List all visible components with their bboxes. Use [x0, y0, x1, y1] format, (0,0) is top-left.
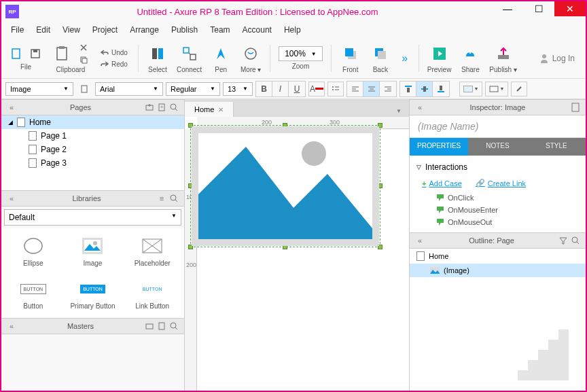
- connect-tool-icon[interactable]: [179, 43, 200, 65]
- lib-primary-button[interactable]: BUTTONPrimary Button: [64, 274, 122, 315]
- valign-middle-button[interactable]: [416, 82, 433, 96]
- page-item-home[interactable]: ◢Home: [1, 115, 184, 129]
- add-folder-icon[interactable]: [143, 320, 156, 332]
- add-folder-icon[interactable]: [143, 101, 156, 113]
- text-color-button[interactable]: A: [308, 82, 325, 96]
- lib-image[interactable]: Image: [64, 231, 122, 272]
- page-item-page1[interactable]: Page 1: [1, 129, 184, 143]
- search-library-icon[interactable]: [168, 192, 180, 204]
- tab-home[interactable]: Home✕: [185, 102, 234, 117]
- main-toolbar: File Clipboard Undo Redo Select Connect …: [1, 38, 586, 79]
- align-center-button[interactable]: [363, 82, 380, 96]
- widget-type-select[interactable]: Image▼: [5, 82, 73, 96]
- paste-style-icon[interactable]: [76, 82, 92, 96]
- valign-bottom-button[interactable]: [433, 82, 449, 96]
- search-outline-icon[interactable]: [569, 234, 582, 247]
- menu-arrange[interactable]: Arrange: [124, 23, 164, 37]
- paste-icon[interactable]: [52, 43, 73, 65]
- preview-icon[interactable]: [429, 43, 450, 65]
- menu-view[interactable]: View: [57, 23, 86, 37]
- copy-button[interactable]: [77, 55, 90, 65]
- weight-select[interactable]: Regular▼: [166, 82, 220, 96]
- search-masters-icon[interactable]: [168, 320, 180, 332]
- tab-notes[interactable]: NOTES: [468, 138, 527, 156]
- more-arrange-icon[interactable]: »: [397, 50, 413, 67]
- menu-publish[interactable]: Publish: [166, 23, 203, 37]
- inspector-page-icon[interactable]: [569, 101, 582, 113]
- svg-rect-37: [423, 86, 426, 92]
- tab-menu-icon[interactable]: ▼: [393, 105, 405, 117]
- create-link-link[interactable]: 🔗Create Link: [476, 179, 526, 188]
- library-menu-icon[interactable]: ≡: [156, 192, 168, 204]
- library-select[interactable]: Default▼: [4, 209, 181, 226]
- menu-file[interactable]: File: [5, 23, 29, 37]
- bold-button[interactable]: B: [256, 82, 272, 96]
- collapse-icon[interactable]: «: [414, 234, 426, 247]
- underline-button[interactable]: U: [289, 82, 305, 96]
- select-tool-icon[interactable]: [147, 43, 168, 65]
- align-left-button[interactable]: [347, 82, 363, 96]
- menu-help[interactable]: Help: [279, 23, 306, 37]
- lib-link-button[interactable]: BUTTONLink Button: [123, 274, 181, 315]
- undo-button[interactable]: Undo: [98, 48, 130, 57]
- redo-button[interactable]: Redo: [98, 60, 130, 69]
- lib-placeholder[interactable]: Placeholder: [123, 231, 181, 272]
- lib-button[interactable]: BUTTONButton: [4, 274, 63, 315]
- collapse-icon[interactable]: «: [5, 101, 18, 113]
- front-icon[interactable]: [340, 43, 361, 65]
- page-icon: [29, 158, 37, 168]
- menu-edit[interactable]: Edit: [31, 23, 56, 37]
- page-item-page2[interactable]: Page 2: [1, 143, 184, 156]
- svg-rect-10: [190, 54, 196, 60]
- bullets-button[interactable]: [327, 82, 344, 96]
- zoom-select[interactable]: 100%▼: [279, 46, 323, 61]
- tab-style[interactable]: STYLE: [527, 138, 586, 156]
- outline-image[interactable]: (Image): [410, 264, 586, 277]
- event-onmouseout[interactable]: OnMouseOut: [416, 216, 579, 228]
- back-icon[interactable]: [370, 43, 391, 65]
- valign-top-button[interactable]: [400, 82, 416, 96]
- lib-ellipse[interactable]: Ellipse: [4, 231, 63, 272]
- line-color-button[interactable]: ▼: [485, 82, 508, 96]
- size-select[interactable]: 13▼: [223, 82, 253, 96]
- save-icon[interactable]: [27, 46, 43, 62]
- outline-home[interactable]: Home: [410, 249, 586, 264]
- cut-button[interactable]: [77, 43, 90, 52]
- widget-name-field[interactable]: (Image Name): [410, 115, 586, 138]
- menu-team[interactable]: Team: [204, 23, 235, 37]
- fill-color-button[interactable]: ▼: [459, 82, 482, 96]
- more-tools-icon[interactable]: [240, 43, 262, 65]
- event-onclick[interactable]: OnClick: [416, 192, 579, 204]
- new-file-icon[interactable]: [8, 46, 24, 62]
- publish-label: Publish ▾: [489, 66, 517, 73]
- collapse-icon[interactable]: «: [414, 101, 426, 113]
- image-widget[interactable]: [192, 126, 379, 246]
- search-pages-icon[interactable]: [168, 101, 180, 113]
- tab-properties[interactable]: PROPERTIES: [410, 138, 468, 156]
- font-select[interactable]: Arial▼: [95, 82, 163, 96]
- add-page-icon[interactable]: +: [156, 101, 168, 113]
- login-button[interactable]: Log In: [532, 50, 582, 67]
- menu-account[interactable]: Account: [237, 23, 277, 37]
- event-onmouseenter[interactable]: OnMouseEnter: [416, 204, 579, 216]
- collapse-icon[interactable]: «: [5, 192, 18, 204]
- publish-icon[interactable]: [493, 43, 514, 65]
- add-case-link[interactable]: +Add Case: [422, 179, 462, 188]
- page-item-page3[interactable]: Page 3: [1, 156, 184, 170]
- share-icon[interactable]: [459, 43, 481, 65]
- align-right-button[interactable]: [380, 82, 396, 96]
- maximize-button[interactable]: ☐: [523, 1, 554, 16]
- interactions-heading[interactable]: ▽Interactions: [416, 160, 579, 175]
- close-tab-icon[interactable]: ✕: [218, 106, 224, 113]
- filter-icon[interactable]: [557, 234, 569, 247]
- add-master-icon[interactable]: [156, 320, 168, 332]
- close-button[interactable]: ✕: [554, 1, 586, 16]
- pen-tool-icon[interactable]: [210, 43, 232, 65]
- line-style-button[interactable]: [511, 82, 527, 96]
- collapse-icon[interactable]: «: [5, 320, 18, 332]
- app-icon: RP: [5, 5, 19, 18]
- menu-project[interactable]: Project: [87, 23, 123, 37]
- canvas-area[interactable]: 200 300 100 200: [185, 117, 409, 391]
- italic-button[interactable]: I: [272, 82, 289, 96]
- minimize-button[interactable]: —: [492, 1, 523, 16]
